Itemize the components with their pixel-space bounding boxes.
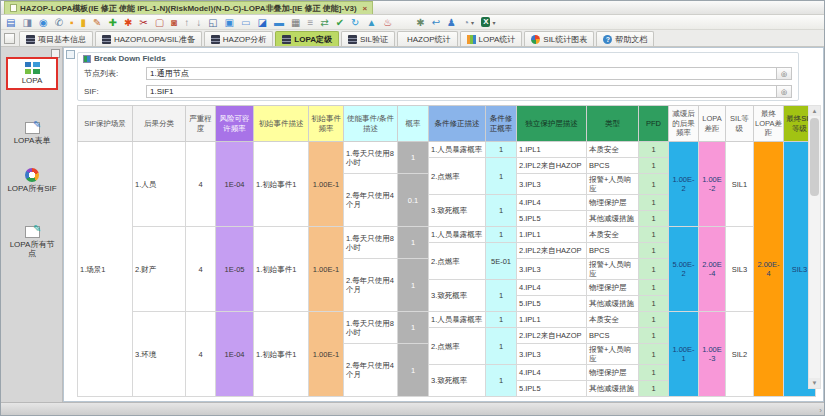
tab-LOPA定级[interactable]: LOPA定级 xyxy=(275,31,339,46)
cell-modifier-probability[interactable]: 1 xyxy=(486,142,517,158)
cell-tolerable-frequency[interactable]: 1E-04 xyxy=(216,312,254,397)
cell-enabling-probability[interactable]: 1 xyxy=(398,259,429,312)
cell-ipl-description[interactable]: 1.IPL1 xyxy=(517,312,587,328)
cell-modifier-probability[interactable]: 1 xyxy=(486,158,517,195)
cell-enabling-event[interactable]: 1.每天只使用8小时 xyxy=(344,312,398,344)
cell-ipl-description[interactable]: 4.IPL4 xyxy=(517,365,587,381)
cell-ipl-pfd[interactable]: 1 xyxy=(639,259,669,280)
sif-input[interactable]: 1.SIF1 xyxy=(146,85,777,98)
cell-enabling-probability[interactable]: 1 xyxy=(398,344,429,397)
copy-icon[interactable]: ▢ xyxy=(155,17,164,28)
tools-icon-dropdown-caret[interactable]: ▾ xyxy=(471,19,474,26)
close-icon[interactable]: × xyxy=(363,4,368,13)
folder-icon[interactable]: ◪ xyxy=(258,17,267,28)
cell-ipl-type[interactable]: 报警+人员响应 xyxy=(587,259,639,280)
comment-icon[interactable]: ▭ xyxy=(241,17,250,28)
vertical-scrollbar[interactable]: ▲ ▼ xyxy=(808,105,821,389)
export-window-icon[interactable]: ◱ xyxy=(208,17,217,28)
cell-final-lopa-gap[interactable]: 2.00E-4 xyxy=(754,142,784,397)
cell-modifier-description[interactable]: 2.点燃率 xyxy=(429,243,486,280)
sidebar-item-LOPA表单[interactable]: LOPA表单 xyxy=(6,119,58,148)
save-icon[interactable]: ▤ xyxy=(6,17,15,28)
cell-modifier-description[interactable]: 2.点燃率 xyxy=(429,328,486,365)
move-up-icon[interactable]: ↑ xyxy=(184,17,189,28)
cell-modifier-description[interactable]: 2.点燃率 xyxy=(429,158,486,195)
user-icon[interactable]: ♟ xyxy=(447,17,456,28)
workspace-icon[interactable]: ◨ xyxy=(22,17,31,28)
cell-consequence[interactable]: 1.人员 xyxy=(133,142,186,227)
cell-modifier-probability[interactable]: 1 xyxy=(486,365,517,397)
cell-initiating-event[interactable]: 1.初始事件1 xyxy=(254,312,309,397)
cell-severity[interactable]: 4 xyxy=(186,312,216,397)
cell-initiating-event[interactable]: 1.初始事件1 xyxy=(254,142,309,227)
cell-enabling-probability[interactable]: 1 xyxy=(398,312,429,344)
cell-modifier-probability[interactable]: 5E-01 xyxy=(486,243,517,280)
cell-consequence[interactable]: 2.财产 xyxy=(133,227,186,312)
move-down-icon[interactable]: ↓ xyxy=(196,17,201,28)
cell-ipl-description[interactable]: 5.IPL5 xyxy=(517,381,587,397)
cell-ipl-pfd[interactable]: 1 xyxy=(639,158,669,174)
edit-icon[interactable]: ✎ xyxy=(93,17,101,28)
flask-icon[interactable]: ▲ xyxy=(366,17,376,28)
alert-icon[interactable]: ♨ xyxy=(383,17,392,28)
card-icon[interactable]: ▬ xyxy=(274,17,284,28)
excel-export-icon[interactable]: X xyxy=(481,17,490,27)
cell-initiating-frequency[interactable]: 1.00E-1 xyxy=(309,227,344,312)
cell-enabling-probability[interactable]: 0.1 xyxy=(398,174,429,227)
cell-ipl-type[interactable]: 物理保护层 xyxy=(587,195,639,211)
cell-enabling-event[interactable]: 2.每年只使用4个月 xyxy=(344,174,398,227)
settings-icon[interactable]: ✱ xyxy=(416,17,424,28)
tab-LOPA统计[interactable]: LOPA统计 xyxy=(460,31,523,46)
back-icon[interactable]: ↩ xyxy=(432,17,440,28)
list-icon[interactable]: ≡ xyxy=(307,17,313,28)
cell-ipl-description[interactable]: 1.IPL1 xyxy=(517,227,587,243)
cell-ipl-pfd[interactable]: 1 xyxy=(639,280,669,296)
resize-grip-icon[interactable]: › xyxy=(819,406,822,415)
cell-ipl-type[interactable]: BPCS xyxy=(587,158,639,174)
panel-icon[interactable]: ▣ xyxy=(225,17,234,28)
cell-mitigated-frequency[interactable]: 5.00E-2 xyxy=(669,227,699,312)
tab-帮助文档[interactable]: 帮助文档 xyxy=(596,31,654,46)
cell-mitigated-frequency[interactable]: 1.00E-2 xyxy=(669,142,699,227)
cell-enabling-probability[interactable]: 1 xyxy=(398,227,429,259)
cell-ipl-description[interactable]: 5.IPL5 xyxy=(517,211,587,227)
cell-modifier-probability[interactable]: 1 xyxy=(486,280,517,312)
cell-ipl-pfd[interactable]: 1 xyxy=(639,174,669,195)
cell-modifier-description[interactable]: 3.致死概率 xyxy=(429,195,486,227)
cell-ipl-pfd[interactable]: 1 xyxy=(639,328,669,344)
cell-ipl-type[interactable]: 本质安全 xyxy=(587,142,639,158)
sidebar-item-LOPA所有SIF[interactable]: LOPA所有SIF xyxy=(6,165,58,196)
add-icon[interactable]: ✚ xyxy=(108,17,116,28)
cell-ipl-pfd[interactable]: 1 xyxy=(639,243,669,259)
cell-sil-level[interactable]: SIL1 xyxy=(726,142,754,227)
node-list-lookup-icon[interactable]: ◎ xyxy=(777,67,792,80)
cell-ipl-pfd[interactable]: 1 xyxy=(639,227,669,243)
cell-enabling-event[interactable]: 1.每天只使用8小时 xyxy=(344,227,398,259)
cell-ipl-description[interactable]: 2.IPL2来自HAZOP xyxy=(517,243,587,259)
cell-modifier-probability[interactable]: 1 xyxy=(486,312,517,328)
cell-ipl-type[interactable]: 物理保护层 xyxy=(587,280,639,296)
lock-icon[interactable]: ▮ xyxy=(81,17,87,28)
cell-tolerable-frequency[interactable]: 1E-04 xyxy=(216,142,254,227)
hazard-icon[interactable]: ✱ xyxy=(124,17,132,28)
print-icon[interactable]: ▦ xyxy=(291,17,300,28)
cell-modifier-probability[interactable]: 1 xyxy=(486,195,517,227)
cell-ipl-type[interactable]: BPCS xyxy=(587,328,639,344)
cell-ipl-pfd[interactable]: 1 xyxy=(639,296,669,312)
cell-ipl-description[interactable]: 3.IPL3 xyxy=(517,174,587,195)
cell-modifier-description[interactable]: 1.人员暴露概率 xyxy=(429,312,486,328)
cell-ipl-description[interactable]: 4.IPL4 xyxy=(517,195,587,211)
scroll-down-icon[interactable]: ▼ xyxy=(809,378,820,388)
cell-modifier-description[interactable]: 3.致死概率 xyxy=(429,280,486,312)
check-icon[interactable]: ✔ xyxy=(336,17,344,28)
tab-项目基本信息[interactable]: 项目基本信息 xyxy=(19,31,93,46)
cell-modifier-description[interactable]: 1.人员暴露概率 xyxy=(429,142,486,158)
cell-modifier-probability[interactable]: 1 xyxy=(486,227,517,243)
cell-enabling-event[interactable]: 2.每年只使用4个月 xyxy=(344,344,398,397)
cell-ipl-pfd[interactable]: 1 xyxy=(639,365,669,381)
tab-SIL统计图表[interactable]: SIL统计图表 xyxy=(524,31,594,46)
cell-severity[interactable]: 4 xyxy=(186,142,216,227)
cell-ipl-description[interactable]: 2.IPL2来自HAZOP xyxy=(517,158,587,174)
cell-mitigated-frequency[interactable]: 1.00E-1 xyxy=(669,312,699,397)
block-icon[interactable]: ▪ xyxy=(70,17,74,28)
